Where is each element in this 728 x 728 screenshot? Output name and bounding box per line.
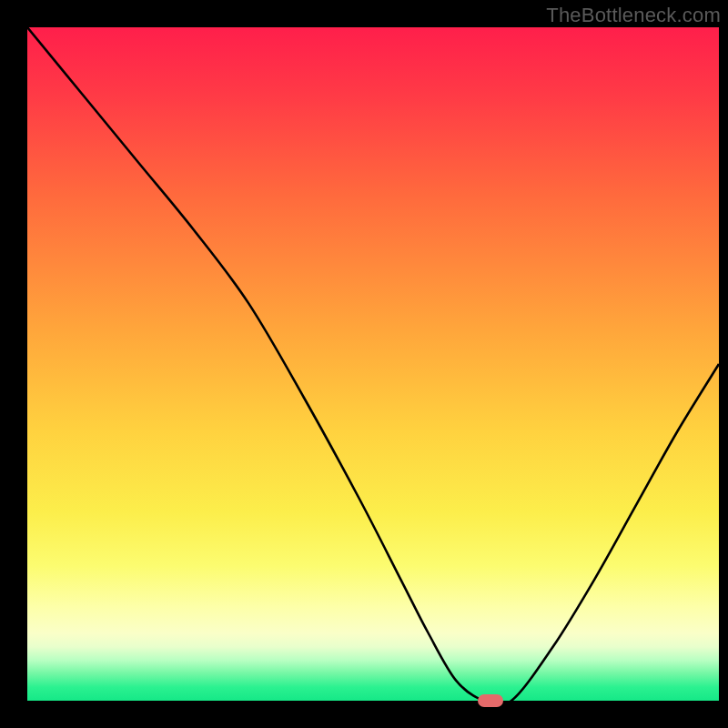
- chart-frame: TheBottleneck.com: [0, 0, 728, 728]
- plot-area: [27, 27, 719, 701]
- watermark-text: TheBottleneck.com: [546, 4, 721, 27]
- bottleneck-curve: [27, 27, 719, 701]
- optimum-marker: [478, 694, 503, 707]
